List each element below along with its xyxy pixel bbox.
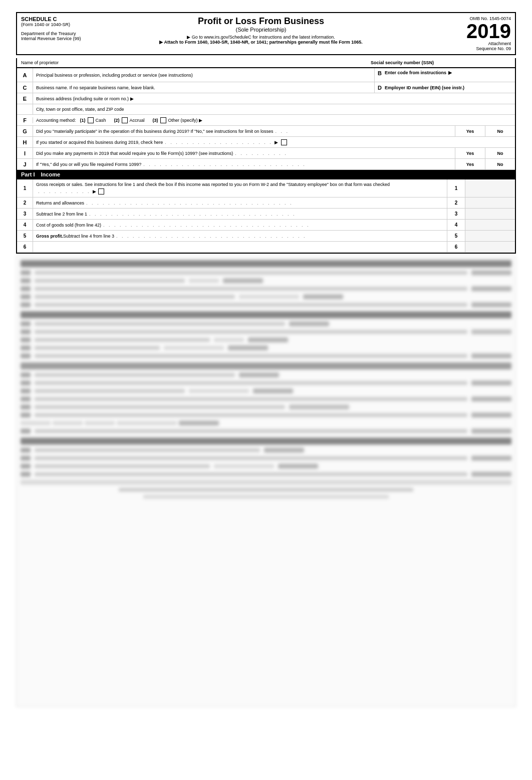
form-body: A Principal business or profession, incl… [16, 68, 516, 254]
line-6-ref: 6 [447, 242, 465, 252]
row-e: E Business address (including suite or r… [17, 93, 515, 115]
row-a-content: Principal business or profession, includ… [33, 68, 374, 82]
row-b-arrow: ▶ [448, 70, 452, 75]
opt2-num: (2) [114, 118, 120, 123]
line-6-value[interactable] [465, 242, 515, 252]
row-b-section: B Enter code from instructions ▶ [375, 68, 515, 82]
form-header: SCHEDULE C (Form 1040 or 1040-SR) Depart… [16, 12, 516, 55]
row-f-letter: F [17, 117, 33, 123]
sequence-label: Sequence No. 09 [476, 46, 511, 51]
h-checkbox[interactable] [281, 139, 287, 145]
header-left: SCHEDULE C (Form 1040 or 1040-SR) Depart… [21, 16, 91, 41]
header-right: OMB No. 1545-0074 2019 Attachment Sequen… [431, 16, 511, 51]
row-j-content: If "Yes," did you or will you file requi… [33, 159, 455, 169]
row-i: I Did you make any payments in 2019 that… [17, 148, 515, 159]
row-c-content: Business name. If no separate business n… [33, 82, 374, 93]
row-c-letter: C [17, 82, 33, 93]
blurred-lower-section [16, 256, 516, 707]
row-a-letter: A [17, 68, 33, 82]
line-3-dots: . . . . . . . . . . . . . . . . . . . . … [89, 212, 296, 217]
row-e-spacer [17, 104, 33, 114]
i-dots: . . . . . . . . . . [235, 151, 288, 156]
line-2: 2 Returns and allowances . . . . . . . .… [17, 198, 515, 209]
opt3-num: (3) [153, 118, 158, 123]
cash-checkbox[interactable] [88, 117, 94, 123]
line-6: 6 6 [17, 242, 515, 253]
row-i-yesno: Yes No [455, 148, 515, 158]
j-dots: . . . . . . . . . . . . . . . . . . . . … [143, 162, 306, 167]
line-2-value[interactable] [465, 198, 515, 208]
line-4-ref: 4 [447, 220, 465, 230]
other-checkbox[interactable] [160, 117, 166, 123]
i-yes-cell[interactable]: Yes [455, 148, 485, 158]
attach-line: ▶ Attach to Form 1040, 1040-SR, 1040-NR,… [91, 40, 431, 45]
h-arrow: ▶ [275, 140, 278, 145]
line-6-content [33, 242, 447, 252]
part-i-header: Part I Income [17, 170, 515, 179]
attachment-label: Attachment [488, 41, 511, 46]
line-1-content: Gross receipts or sales. See instruction… [33, 179, 447, 197]
row-f-text: Accounting method: [36, 118, 76, 123]
line-1-checkbox[interactable] [98, 188, 104, 194]
row-f-content: Accounting method: (1) Cash (2) Accrual … [33, 116, 515, 125]
line-3-value[interactable] [465, 209, 515, 219]
row-d-letter: D [378, 85, 382, 91]
line-5-ref: 5 [447, 231, 465, 241]
main-title: Profit or Loss From Business [91, 16, 431, 27]
line-2-dots: . . . . . . . . . . . . . . . . . . . . … [86, 201, 293, 206]
dept-label: Department of the Treasury [21, 31, 91, 36]
i-no-cell[interactable]: No [485, 148, 515, 158]
line-5-content: Gross profit. Subtract line 4 from line … [33, 231, 447, 241]
row-e-letter: E [17, 93, 33, 104]
row-b-letter: B [378, 70, 382, 76]
line-1-dots: . . . . . . . . . . [38, 189, 91, 194]
year-box: 2019 [466, 21, 511, 41]
line-3-ref: 3 [447, 209, 465, 219]
line-1-arrow: ▶ [93, 189, 96, 194]
row-a-section: A Principal business or profession, incl… [17, 68, 375, 82]
option-1: (1) Cash [80, 117, 106, 123]
row-ab: A Principal business or profession, incl… [17, 68, 515, 82]
h-dots: . . . . . . . . . . . . . . . . . . . . [165, 140, 273, 145]
row-d-content: Employer ID number (EIN) (see instr.) [385, 85, 464, 90]
line-5-num: 5 [17, 231, 33, 241]
schedule-c-label: SCHEDULE C [21, 16, 91, 22]
row-h-content: If you started or acquired this business… [33, 137, 515, 147]
line-1-value[interactable] [465, 179, 515, 197]
g-no-cell[interactable]: No [485, 126, 515, 136]
line-5: 5 Gross profit. Subtract line 4 from lin… [17, 231, 515, 242]
option-3: (3) Other (specify) ▶ [153, 117, 203, 123]
row-h-letter: H [17, 137, 33, 147]
part-i-label: Part I [21, 171, 35, 177]
line-1: 1 Gross receipts or sales. See instructi… [17, 179, 515, 198]
row-g-yesno: Yes No [455, 126, 515, 136]
line-2-content: Returns and allowances . . . . . . . . .… [33, 198, 447, 208]
j-no-cell[interactable]: No [485, 159, 515, 169]
option-2: (2) Accrual [114, 117, 145, 123]
j-yes-cell[interactable]: Yes [455, 159, 485, 169]
g-yes-cell[interactable]: Yes [455, 126, 485, 136]
line-5-value[interactable] [465, 231, 515, 241]
accounting-options: (1) Cash (2) Accrual (3) Other (specify)… [80, 117, 203, 123]
line-1-num: 1 [17, 179, 33, 197]
opt3-label: Other (specify) ▶ [168, 118, 203, 123]
line-6-num: 6 [17, 242, 33, 252]
schedule-c-page: SCHEDULE C (Form 1040 or 1040-SR) Depart… [0, 0, 532, 780]
row-c-section: C Business name. If no separate business… [17, 82, 375, 93]
form-ref-label: (Form 1040 or 1040-SR) [21, 22, 91, 27]
row-j-yesno: Yes No [455, 159, 515, 169]
row-h: H If you started or acquired this busine… [17, 137, 515, 148]
row-e-top: E Business address (including suite or r… [17, 93, 515, 104]
row-e-content: Business address (including suite or roo… [33, 93, 515, 104]
row-cd: C Business name. If no separate business… [17, 82, 515, 93]
row-j-letter: J [17, 159, 33, 169]
row-e-bottom: City, town or post office, state, and ZI… [17, 104, 515, 114]
ssn-label: Social security number (SSN) [371, 60, 511, 65]
irs-label: Internal Revenue Service (99) [21, 36, 91, 41]
part-i-title: Income [41, 171, 61, 177]
line-4-value[interactable] [465, 220, 515, 230]
row-g-content: Did you "materially participate" in the … [33, 126, 455, 136]
go-to-line: ▶ Go to www.irs.gov/ScheduleC for instru… [91, 35, 431, 40]
name-label: Name of proprietor [21, 60, 371, 65]
accrual-checkbox[interactable] [122, 117, 128, 123]
